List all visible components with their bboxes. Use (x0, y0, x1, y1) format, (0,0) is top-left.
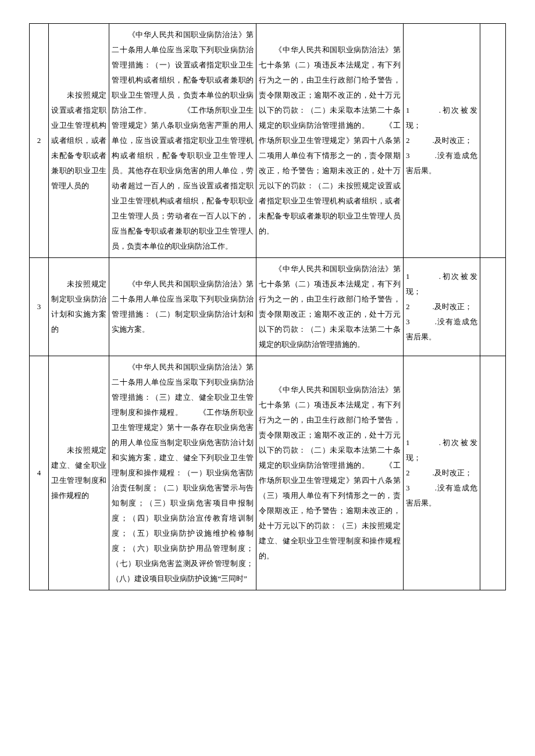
extra-cell (480, 258, 505, 356)
basis-cell: 《中华人民共和国职业病防治法》第二十条用人单位应当采取下列职业病防治管理措施：（… (109, 356, 256, 590)
condition-cell: 1 .初次被发现； 2 .及时改正； 3 .没有造成危害后果。 (404, 356, 480, 590)
table-row: 3 未按照规定制定职业病防治计划和实施方案的 《中华人民共和国职业病防治法》第二… (30, 258, 506, 356)
table-row: 4 未按照规定建立、健全职业卫生管理制度和操作规程的 《中华人民共和国职业病防治… (30, 356, 506, 590)
condition-cell: 1 .初次被发现； 2 .及时改正； 3 .没有造成危害后果。 (404, 24, 480, 258)
regulation-table: 2 未按照规定设置或者指定职业卫生管理机构或者组织，或者未配备专职或者兼职的职业… (29, 23, 506, 590)
row-index: 3 (30, 258, 49, 356)
row-index: 4 (30, 356, 49, 590)
penalty-cell: 《中华人民共和国职业病防治法》第七十条第（二）项违反本法规定，有下列行为之一的，… (256, 258, 404, 356)
penalty-cell: 《中华人民共和国职业病防治法》第七十条第（二）项违反本法规定，有下列行为之一的，… (256, 356, 404, 590)
row-index: 2 (30, 24, 49, 258)
basis-cell: 《中华人民共和国职业病防治法》第二十条用人单位应当采取下列职业病防治管理措施：（… (109, 24, 256, 258)
table-row: 2 未按照规定设置或者指定职业卫生管理机构或者组织，或者未配备专职或者兼职的职业… (30, 24, 506, 258)
extra-cell (480, 356, 505, 590)
extra-cell (480, 24, 505, 258)
basis-cell: 《中华人民共和国职业病防治法》第二十条用人单位应当采取下列职业病防治管理措施：（… (109, 258, 256, 356)
violation-cell: 未按照规定设置或者指定职业卫生管理机构或者组织，或者未配备专职或者兼职的职业卫生… (48, 24, 109, 258)
violation-cell: 未按照规定建立、健全职业卫生管理制度和操作规程的 (48, 356, 109, 590)
penalty-cell: 《中华人民共和国职业病防治法》第七十条第（二）项违反本法规定，有下列行为之一的，… (256, 24, 404, 258)
condition-cell: 1 .初次被发现； 2 .及时改正； 3 .没有造成危害后果。 (404, 258, 480, 356)
violation-cell: 未按照规定制定职业病防治计划和实施方案的 (48, 258, 109, 356)
